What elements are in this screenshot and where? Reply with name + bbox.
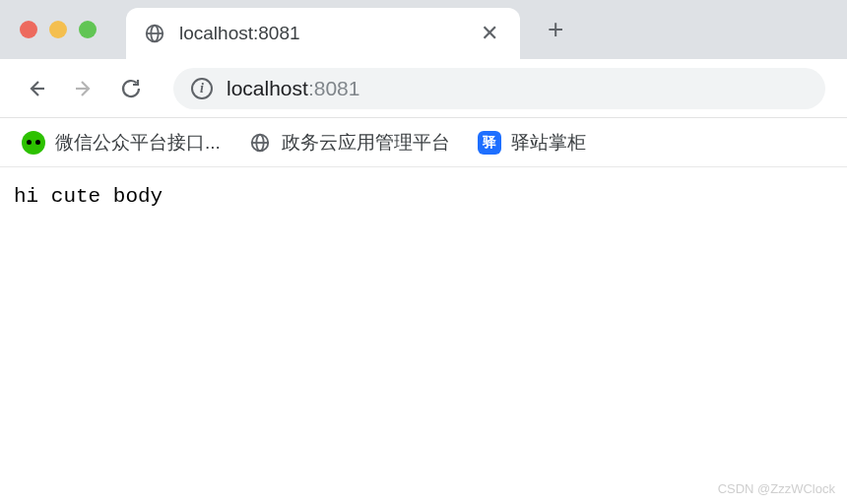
- new-tab-button[interactable]: +: [540, 10, 571, 49]
- info-icon[interactable]: i: [191, 78, 213, 99]
- url-host: localhost: [227, 77, 308, 99]
- bookmark-label: 微信公众平台接口...: [55, 130, 221, 156]
- url-text: localhost:8081: [227, 77, 359, 100]
- bookmark-label: 政务云应用管理平台: [282, 130, 450, 156]
- bookmarks-bar: 微信公众平台接口... 政务云应用管理平台 驿 驿站掌柜: [0, 118, 847, 167]
- tab-strip: localhost:8081 ✕ +: [0, 0, 847, 59]
- watermark: CSDN @ZzzWClock: [718, 481, 835, 496]
- bookmark-yizhan[interactable]: 驿 驿站掌柜: [478, 130, 586, 156]
- toolbar: i localhost:8081: [0, 59, 847, 118]
- globe-icon: [144, 23, 165, 44]
- body-text: hi cute body: [14, 185, 163, 208]
- window-controls: [20, 21, 97, 38]
- bookmark-wechat[interactable]: 微信公众平台接口...: [22, 130, 221, 156]
- bookmark-govcloud[interactable]: 政务云应用管理平台: [248, 130, 450, 156]
- wechat-icon: [22, 131, 45, 155]
- minimize-window-button[interactable]: [49, 21, 67, 38]
- bookmark-label: 驿站掌柜: [511, 130, 586, 156]
- tab-title: localhost:8081: [179, 23, 463, 44]
- reload-button[interactable]: [116, 74, 146, 103]
- close-tab-button[interactable]: ✕: [477, 17, 502, 50]
- page-content: hi cute body: [0, 167, 847, 225]
- globe-icon: [248, 131, 272, 155]
- back-button[interactable]: [22, 74, 51, 103]
- address-bar[interactable]: i localhost:8081: [173, 68, 825, 109]
- yizhan-icon: 驿: [478, 131, 501, 155]
- forward-button[interactable]: [69, 74, 98, 103]
- url-port: :8081: [308, 77, 360, 99]
- maximize-window-button[interactable]: [79, 21, 97, 38]
- browser-tab[interactable]: localhost:8081 ✕: [126, 8, 520, 59]
- close-window-button[interactable]: [20, 21, 37, 38]
